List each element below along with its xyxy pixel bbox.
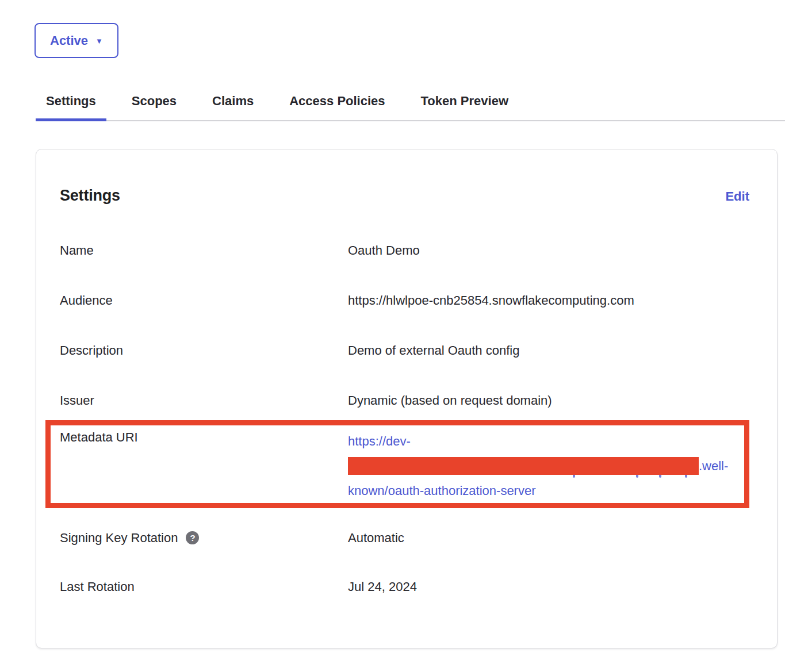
- field-label: Issuer: [60, 392, 348, 409]
- field-value: https://hlwlpoe-cnb25854.snowflakecomput…: [348, 292, 749, 309]
- panel-header: Settings Edit: [60, 186, 749, 206]
- metadata-uri-link-line2-suffix: .well-: [699, 454, 728, 478]
- panel-title: Settings: [60, 186, 120, 205]
- field-row-metadata-uri: Metadata URI https://dev- .well- known/o…: [60, 429, 744, 503]
- tab-label: Access Policies: [289, 94, 385, 108]
- tab-access-policies[interactable]: Access Policies: [279, 94, 395, 120]
- metadata-uri-link-line1: https://dev-: [348, 429, 744, 454]
- field-row-audience: Audience https://hlwlpoe-cnb25854.snowfl…: [60, 292, 749, 309]
- tab-claims[interactable]: Claims: [202, 94, 264, 120]
- field-value: Automatic: [348, 529, 749, 546]
- metadata-uri-link[interactable]: https://dev- .well- known/oauth-authoriz…: [348, 429, 744, 503]
- field-row-issuer: Issuer Dynamic (based on request domain): [60, 392, 749, 409]
- tab-label: Scopes: [132, 94, 177, 108]
- chevron-down-icon: ▼: [95, 36, 103, 45]
- annotation-highlight-box: Metadata URI https://dev- .well- known/o…: [45, 420, 749, 508]
- field-row-last-rotation: Last Rotation Jul 24, 2024: [60, 578, 749, 595]
- field-value: Jul 24, 2024: [348, 578, 749, 595]
- redacted-text-descender: [573, 475, 575, 478]
- redaction-bar: [348, 457, 699, 475]
- field-label: Audience: [60, 292, 348, 309]
- field-value: Oauth Demo: [348, 242, 749, 259]
- metadata-uri-value: https://dev- .well- known/oauth-authoriz…: [348, 429, 744, 503]
- status-dropdown-label: Active: [50, 33, 88, 48]
- redacted-text-descender: [636, 475, 638, 478]
- help-icon[interactable]: ?: [186, 531, 199, 544]
- field-value: Dynamic (based on request domain): [348, 392, 749, 409]
- tab-scopes[interactable]: Scopes: [121, 94, 187, 120]
- tab-settings[interactable]: Settings: [36, 94, 106, 120]
- field-label: Metadata URI: [60, 429, 348, 503]
- settings-panel: Settings Edit Name Oauth Demo Audience h…: [36, 149, 778, 648]
- field-label: Name: [60, 242, 348, 259]
- field-row-signing-key-rotation: Signing Key Rotation ? Automatic: [60, 529, 749, 546]
- field-row-description: Description Demo of external Oauth confi…: [60, 342, 749, 359]
- page: Active ▼ Settings Scopes Claims Access P…: [0, 0, 785, 648]
- tab-label: Token Preview: [421, 94, 508, 108]
- field-row-name: Name Oauth Demo: [60, 242, 749, 259]
- tab-label: Settings: [46, 94, 96, 108]
- redacted-text-descender: [659, 475, 661, 478]
- field-label: Description: [60, 342, 348, 359]
- tab-bar: Settings Scopes Claims Access Policies T…: [36, 94, 785, 121]
- status-dropdown[interactable]: Active ▼: [35, 23, 118, 58]
- field-label: Signing Key Rotation: [60, 529, 178, 546]
- field-label-with-help: Signing Key Rotation ?: [60, 529, 348, 546]
- field-label: Last Rotation: [60, 578, 348, 595]
- edit-button[interactable]: Edit: [725, 187, 749, 206]
- metadata-uri-link-line2: .well-: [348, 454, 744, 478]
- redacted-text-descender: [685, 475, 687, 478]
- tab-label: Claims: [212, 94, 254, 108]
- tab-token-preview[interactable]: Token Preview: [411, 94, 519, 120]
- field-value: Demo of external Oauth config: [348, 342, 749, 359]
- metadata-uri-link-line3: known/oauth-authorization-server: [348, 478, 744, 503]
